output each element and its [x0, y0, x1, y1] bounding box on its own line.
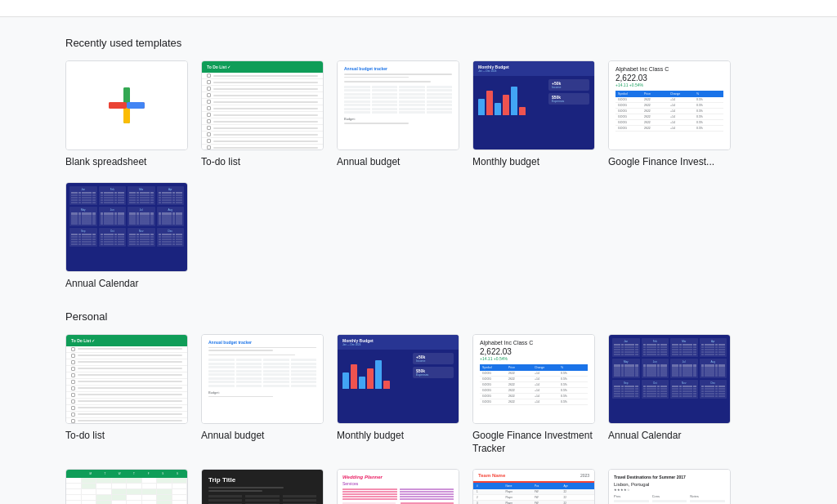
- template-thumb-todo-recent: To Do List ✓: [201, 60, 324, 150]
- template-item-annual-calendar-personal[interactable]: Jan Feb: [608, 334, 731, 457]
- template-item-blank[interactable]: Blank spreadsheet: [65, 60, 188, 169]
- section-recently-used: Recently used templates Blank spreadshee…: [65, 37, 772, 291]
- svg-rect-4: [109, 102, 127, 109]
- template-thumb-monthly-budget-personal: Monthly Budget Jan — Dec 2024: [337, 334, 459, 424]
- template-item-annual-budget-recent[interactable]: Annual budget tracker: [337, 60, 459, 169]
- template-item-todo-personal[interactable]: To Do List ✓: [65, 334, 188, 457]
- content: Recently used templates Blank spreadshee…: [0, 17, 837, 504]
- svg-rect-5: [127, 102, 145, 109]
- template-item-pros-cons[interactable]: Travel Destinations for Summer 2017 Lisb…: [608, 469, 731, 504]
- template-thumb-blank: [65, 60, 188, 150]
- template-item-wedding-planner[interactable]: Wedding Planner Services: [337, 469, 459, 504]
- template-label-annual-budget-personal: Annual budget: [201, 429, 264, 443]
- template-label-blank: Blank spreadsheet: [65, 155, 146, 169]
- template-label-google-finance-recent: Google Finance Invest...: [608, 155, 714, 169]
- template-thumb-annual-calendar-personal: Jan Feb: [608, 334, 731, 424]
- template-label-annual-budget-recent: Annual budget: [337, 155, 400, 169]
- template-label-todo-recent: To-do list: [201, 155, 240, 169]
- templates-grid-personal: To Do List ✓: [65, 334, 772, 504]
- template-thumb-monthly-budget-recent: Monthly Budget Jan — Dec 2024: [472, 60, 595, 150]
- template-label-todo-personal: To-do list: [65, 429, 105, 443]
- template-item-todo-recent[interactable]: To Do List ✓: [201, 60, 324, 169]
- template-item-travel-planner[interactable]: Trip Title: [201, 469, 324, 504]
- template-item-google-finance-recent[interactable]: Alphabet Inc Class C 2,622.03 +14.11 +0.…: [608, 60, 731, 169]
- template-label-monthly-budget-personal: Monthly budget: [337, 429, 404, 443]
- template-thumb-google-finance-recent: Alphabet Inc Class C 2,622.03 +14.11 +0.…: [608, 60, 731, 150]
- template-label-monthly-budget-recent: Monthly budget: [472, 155, 539, 169]
- template-thumb-team-roster: Team Name 2023 # Name Pos Age 1 Player F…: [472, 469, 595, 504]
- template-thumb-google-finance-personal: Alphabet Inc Class C 2,622.03 +14.11 +0.…: [472, 334, 595, 424]
- template-item-schedule[interactable]: MTWTFSS: [65, 469, 188, 504]
- page-header: [0, 0, 837, 17]
- template-thumb-wedding-planner: Wedding Planner Services: [337, 469, 459, 504]
- template-thumb-pros-cons: Travel Destinations for Summer 2017 Lisb…: [608, 469, 731, 504]
- templates-grid-recently-used: Blank spreadsheet To Do List ✓: [65, 60, 772, 291]
- template-item-team-roster[interactable]: Team Name 2023 # Name Pos Age 1 Player F…: [472, 469, 595, 504]
- section-title-personal: Personal: [65, 310, 772, 323]
- template-item-annual-calendar-recent[interactable]: Jan Feb: [65, 182, 188, 291]
- template-label-annual-calendar-recent: Annual Calendar: [65, 277, 138, 291]
- template-thumb-annual-calendar-recent: Jan Feb: [65, 182, 188, 272]
- template-thumb-annual-budget-recent: Annual budget tracker: [337, 60, 459, 150]
- template-thumb-travel-planner: Trip Title: [201, 469, 324, 504]
- section-personal: Personal To Do List ✓: [65, 310, 772, 504]
- template-item-monthly-budget-personal[interactable]: Monthly Budget Jan — Dec 2024: [337, 334, 459, 457]
- template-item-monthly-budget-recent[interactable]: Monthly Budget Jan — Dec 2024: [472, 60, 595, 169]
- template-thumb-schedule: MTWTFSS: [65, 469, 188, 504]
- template-thumb-annual-budget-personal: Annual budget tracker: [201, 334, 324, 424]
- template-label-google-finance-personal: Google Finance Investment Tracker: [472, 429, 595, 457]
- template-thumb-todo-personal: To Do List ✓: [65, 334, 188, 424]
- template-label-annual-calendar-personal: Annual Calendar: [608, 429, 681, 443]
- section-title-recently-used: Recently used templates: [65, 37, 772, 49]
- template-item-annual-budget-personal[interactable]: Annual budget tracker: [201, 334, 324, 457]
- template-item-google-finance-personal[interactable]: Alphabet Inc Class C 2,622.03 +14.11 +0.…: [472, 334, 595, 457]
